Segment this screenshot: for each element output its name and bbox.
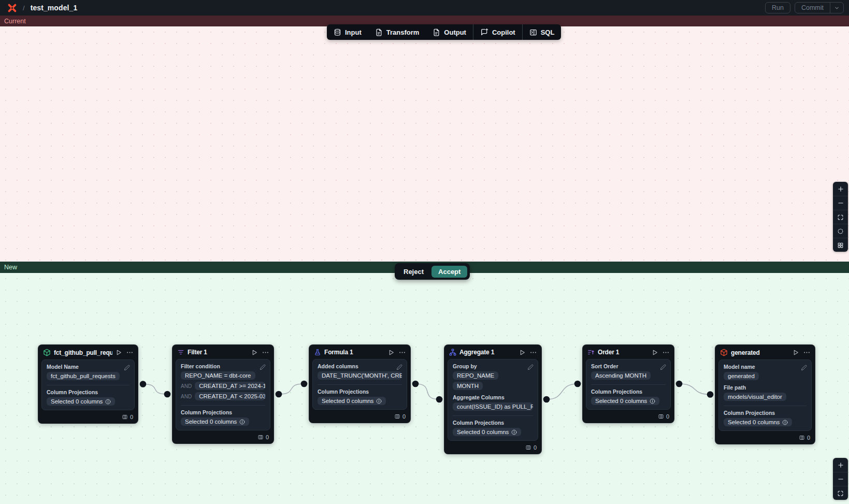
value-pill[interactable]: Selected 0 columns	[47, 397, 115, 406]
toolbar-item-label: Transform	[386, 28, 420, 36]
edit-icon[interactable]	[660, 363, 666, 372]
node-footer: 0	[38, 413, 138, 423]
toolbar-item-label: Output	[444, 28, 466, 36]
node-menu-icon[interactable]	[663, 349, 669, 356]
accept-button[interactable]: Accept	[431, 266, 467, 278]
value-pill[interactable]: Selected 0 columns	[181, 417, 249, 426]
node-section: Group byREPO_NAMEMONTH	[453, 363, 533, 390]
node-menu-icon[interactable]	[126, 349, 133, 356]
toolbar-item-transform[interactable]: Transform	[368, 24, 426, 40]
row-count: 0	[130, 414, 133, 420]
info-icon[interactable]	[239, 419, 245, 425]
app-header: / test_model_1 Run Commit	[0, 0, 849, 16]
value-pill[interactable]: CREATED_AT >= 2024-12-01	[195, 382, 265, 390]
section-label: Added columns	[318, 363, 402, 369]
edit-icon[interactable]	[396, 363, 402, 372]
node-run-icon[interactable]	[793, 349, 799, 356]
node-run-icon[interactable]	[116, 349, 122, 356]
info-icon[interactable]	[650, 398, 655, 404]
row-count: 0	[807, 435, 810, 441]
model-title: test_model_1	[31, 4, 78, 12]
node-menu-icon[interactable]	[399, 349, 406, 356]
node-menu-icon[interactable]	[803, 349, 810, 356]
value-pill[interactable]: Ascending MONTH	[591, 371, 651, 380]
node-run-icon[interactable]	[652, 349, 658, 356]
edit-icon[interactable]	[527, 363, 534, 372]
value-pill[interactable]: Selected 0 columns	[591, 397, 659, 405]
section-label: Column Projections	[591, 388, 666, 395]
info-icon[interactable]	[782, 420, 788, 425]
chevron-down-icon[interactable]	[830, 3, 843, 13]
diff-actions: Reject Accept	[395, 263, 470, 280]
node-filter-1[interactable]: Filter 1Filter conditionREPO_NAME = dbt-…	[172, 344, 274, 444]
zoom-in-button[interactable]	[833, 182, 848, 196]
commit-button[interactable]: Commit	[795, 2, 844, 13]
info-icon[interactable]	[511, 429, 517, 435]
value-pill[interactable]: CREATED_AT < 2025-03-01	[195, 392, 265, 400]
value-pill[interactable]: models/visual_editor	[724, 393, 786, 401]
info-icon[interactable]	[376, 398, 382, 404]
value-pill[interactable]: Selected 0 columns	[724, 418, 792, 426]
node-run-icon[interactable]	[519, 349, 526, 356]
value-pill[interactable]: DATE_TRUNC('MONTH', CREATED_AT…	[318, 371, 402, 380]
value-pill[interactable]: generated	[724, 372, 759, 380]
section-label: Column Projections	[724, 410, 807, 416]
zoom-out-button[interactable]	[833, 196, 848, 210]
toolbar-item-sql[interactable]: SQL	[523, 24, 562, 40]
pill-row: Selected 0 columns	[453, 428, 533, 436]
fit-view-button[interactable]	[833, 486, 848, 500]
value-pill[interactable]: fct_github_pull_requests	[47, 372, 120, 380]
grid-button[interactable]	[833, 238, 848, 252]
toolbar-item-output[interactable]: Output	[426, 24, 473, 40]
table-columns-icon	[525, 444, 531, 451]
fit-view-button[interactable]	[833, 210, 848, 224]
pill-row: MONTH	[453, 382, 533, 390]
copilot-icon	[480, 28, 488, 36]
node-footer: 0	[172, 433, 274, 443]
section-label: Column Projections	[47, 389, 129, 395]
pill-text: REPO_NAME	[457, 372, 494, 379]
table-columns-icon	[394, 413, 400, 420]
toolbar-item-label: Input	[345, 28, 362, 36]
info-icon[interactable]	[105, 399, 111, 405]
value-pill[interactable]: REPO_NAME	[453, 371, 498, 380]
run-button[interactable]: Run	[765, 2, 790, 13]
value-pill[interactable]: MONTH	[453, 382, 483, 390]
table-columns-icon	[799, 435, 805, 441]
pill-row: Selected 0 columns	[181, 417, 265, 426]
current-canvas[interactable]	[0, 26, 849, 262]
edit-icon[interactable]	[260, 363, 266, 372]
node-aggregate-1[interactable]: Aggregate 1Group byREPO_NAMEMONTHAggrega…	[444, 344, 542, 454]
node-source-model[interactable]: fct_github_pull_requestsModel Namefct_gi…	[38, 344, 138, 424]
breadcrumb-separator: /	[23, 4, 25, 12]
table-columns-icon	[658, 413, 664, 420]
pill-row: count(ISSUE_ID) as PULL_REQUEST_…	[453, 402, 533, 411]
reject-button[interactable]: Reject	[397, 266, 430, 278]
focus-button[interactable]	[833, 224, 848, 238]
new-canvas-controls	[833, 458, 848, 500]
edit-icon[interactable]	[801, 364, 807, 373]
node-section: Sort OrderAscending MONTH	[591, 363, 666, 380]
pill-text: Selected 0 columns	[185, 419, 237, 425]
node-run-icon[interactable]	[251, 349, 258, 356]
value-pill[interactable]: count(ISSUE_ID) as PULL_REQUEST_…	[453, 402, 533, 411]
run-button-label: Run	[766, 4, 790, 11]
node-menu-icon[interactable]	[530, 349, 537, 356]
value-pill[interactable]: Selected 0 columns	[453, 428, 521, 436]
zoom-in-button[interactable]	[833, 458, 848, 472]
node-body: Filter conditionREPO_NAME = dbt-coreANDC…	[176, 359, 270, 430]
pill-row: Selected 0 columns	[724, 418, 807, 426]
node-menu-icon[interactable]	[262, 349, 269, 356]
value-pill[interactable]: REPO_NAME = dbt-core	[181, 371, 255, 380]
toolbar-item-input[interactable]: Input	[327, 24, 368, 40]
node-section: Column ProjectionsSelected 0 columns	[724, 406, 807, 426]
toolbar-item-copilot[interactable]: Copilot	[473, 24, 522, 40]
edit-icon[interactable]	[124, 364, 130, 373]
value-pill[interactable]: Selected 0 columns	[318, 397, 386, 405]
node-order-1[interactable]: Order 1Sort OrderAscending MONTHColumn P…	[582, 344, 674, 423]
pill-row: Selected 0 columns	[47, 397, 129, 406]
zoom-out-button[interactable]	[833, 472, 848, 486]
node-run-icon[interactable]	[388, 349, 395, 356]
node-generated[interactable]: generatedModel namegeneratedFile pathmod…	[715, 344, 815, 444]
node-formula-1[interactable]: Formula 1Added columnsDATE_TRUNC('MONTH'…	[309, 344, 411, 423]
